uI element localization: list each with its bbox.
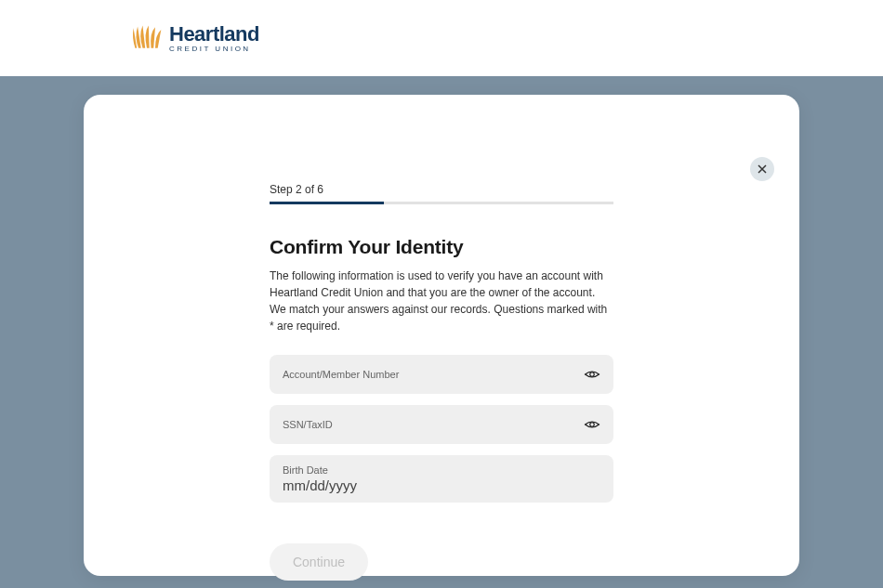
progress-fill <box>270 202 384 204</box>
header: Heartland CREDIT UNION <box>0 0 883 76</box>
eye-icon[interactable] <box>584 366 600 383</box>
form-card: Step 2 of 6 Confirm Your Identity The fo… <box>84 95 799 576</box>
svg-point-1 <box>590 423 595 427</box>
page-description: The following information is used to ver… <box>270 268 613 334</box>
brand-subtitle: CREDIT UNION <box>169 46 259 53</box>
account-number-label: Account/Member Number <box>283 369 600 380</box>
step-label: Step 2 of 6 <box>270 183 697 196</box>
page-background: Step 2 of 6 Confirm Your Identity The fo… <box>0 76 883 588</box>
brand-logo: Heartland CREDIT UNION <box>130 21 259 55</box>
birthdate-label: Birth Date <box>283 464 600 476</box>
brand-name: Heartland <box>169 24 259 45</box>
ssn-label: SSN/TaxID <box>283 419 600 430</box>
close-icon <box>758 164 767 174</box>
svg-point-0 <box>590 372 595 377</box>
birthdate-field[interactable]: Birth Date mm/dd/yyyy <box>270 455 613 503</box>
form-content: Step 2 of 6 Confirm Your Identity The fo… <box>84 95 697 581</box>
ssn-field[interactable]: SSN/TaxID <box>270 405 613 444</box>
eye-icon[interactable] <box>584 416 600 433</box>
page-title: Confirm Your Identity <box>270 236 697 258</box>
birthdate-placeholder: mm/dd/yyyy <box>283 477 600 493</box>
brand-text: Heartland CREDIT UNION <box>169 24 259 53</box>
continue-button[interactable]: Continue <box>270 543 368 581</box>
heartland-logo-icon <box>130 21 164 55</box>
account-number-field[interactable]: Account/Member Number <box>270 355 613 394</box>
progress-bar <box>270 202 613 204</box>
close-button[interactable] <box>750 157 774 181</box>
